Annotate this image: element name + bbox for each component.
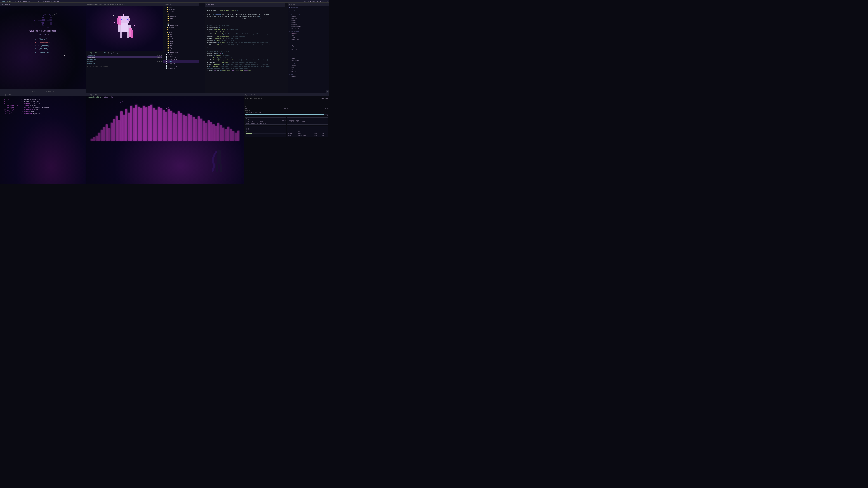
qb-bookmarks-link[interactable]: [b] [Quickmarks]	[34, 41, 52, 44]
ft-git[interactable]: ▶📁.git	[163, 6, 199, 8]
sm-proc-mem-header: MEM%	[320, 128, 327, 130]
tm-file-flakelock[interactable]: flake.lock 27.5 K	[87, 54, 162, 56]
ft-personal[interactable]: 📁personal	[163, 15, 199, 18]
rp-nixpkgs-patched[interactable]: ▼ nixpkgs-patched system name src patche…	[288, 62, 329, 73]
viz-bar-12	[121, 111, 123, 141]
ft-wm[interactable]: 📁wm	[163, 49, 199, 51]
ft-homelab[interactable]: 📁home.lab	[163, 13, 199, 15]
sm-temps-row2: card0 (amdgpu): junction 58°C	[246, 123, 286, 124]
viz-bar-36	[180, 113, 182, 141]
sm-proc-cpu-header: CPU%	[313, 128, 320, 130]
rp-header: Outline	[288, 3, 329, 6]
tm-file-flakenix[interactable]: flake.nix 2.26 K	[87, 56, 162, 58]
tm-file-list: flake.lock 27.5 K flake.nix 2.26 K insta…	[87, 54, 162, 64]
sm-netproc-section: Network 56.0 54.0 0% Processes	[245, 126, 328, 137]
qb-tab[interactable]: Qutebrowser	[1, 4, 10, 5]
ft-work-icon: 📁	[167, 18, 169, 20]
editor-status-filesize: 7.5k	[327, 91, 329, 92]
neo-os: nixos 24.05 (uakari)	[24, 101, 43, 103]
viz-bar-54	[225, 129, 227, 141]
ft-desktop-png[interactable]: 📄desktop.png	[163, 58, 199, 60]
viz-bar-53	[222, 128, 224, 141]
tm-file-installorg[interactable]: install.org	[87, 58, 162, 60]
neo-kernel-label: G | KERNEL:	[21, 103, 31, 105]
sysmon-content: CPU ~ 1.53 1.14 0.78 CPU like 0s 0% AVG …	[244, 96, 329, 184]
ft-flakenix[interactable]: 📄flake.nix	[163, 60, 199, 63]
viz-bar-41	[193, 117, 195, 141]
rp-systemsettings-title: ▼ systemSettings	[289, 13, 328, 15]
ft-shell[interactable]: 📁shell	[163, 44, 199, 47]
viz-bar-20	[141, 108, 143, 141]
ft-pkgs[interactable]: 📁pkgs	[163, 42, 199, 44]
rp-np-system: system	[289, 64, 328, 66]
neo-arch-label: Y | ARCH:	[21, 105, 29, 107]
tm-file-license[interactable]: LICENSE 34.2 K	[87, 60, 162, 62]
ft-installsh[interactable]: 📄install.sh	[163, 67, 199, 69]
rp-description[interactable]: ▶ description	[288, 6, 329, 9]
rp-systemsettings[interactable]: ▼ systemSettings system hostname profile…	[288, 13, 329, 30]
ft-license[interactable]: 📄LICENSE	[163, 54, 199, 56]
ft-hardware[interactable]: 📁hardware	[163, 38, 199, 40]
qb-search-link[interactable]: [o] [Search]	[34, 37, 52, 41]
ft-bin[interactable]: 📁bin	[163, 35, 199, 38]
vdiv-right	[244, 3, 244, 184]
sm-net-rows: 56.0 54.0 0%	[246, 128, 286, 132]
ft-patches[interactable]: ▶📁patches	[163, 8, 199, 11]
neo-desktop-label: RI| DESKTOP:	[21, 113, 32, 115]
rp-pkgs-system: system	[289, 76, 328, 78]
tm-title: emmet@snowfire:/home/emmet/.dotfiles/fla…	[87, 4, 125, 5]
editor-tab[interactable]: flake.nix	[206, 4, 214, 6]
svg-rect-17	[134, 25, 135, 26]
rp-font: font	[289, 53, 328, 55]
sm-proc-name-header: Name	[297, 128, 313, 130]
sm-mem-0s: 0s	[245, 115, 247, 117]
viz-bar-47	[208, 121, 210, 141]
viz-bar-39	[188, 113, 190, 141]
ft-lang[interactable]: 📁lang	[163, 40, 199, 42]
ft-system[interactable]: ▶📁system	[163, 26, 199, 29]
svg-rect-23	[220, 164, 222, 172]
tm-filesize-license: 34.2 K	[157, 61, 162, 62]
ft-license-label: LICENSE	[168, 54, 174, 56]
qb-newtab-link[interactable]: [t] [New tab]	[34, 47, 52, 51]
viz-bar-16	[130, 106, 132, 141]
rp-bootmode: bootMode	[289, 24, 328, 26]
ft-profiles[interactable]: ▼📁profiles	[163, 11, 199, 13]
ft-wsl[interactable]: 📁wsl	[163, 22, 199, 24]
rp-usersettings[interactable]: ▼ userSettings username name email dotfi…	[288, 30, 329, 62]
ft-themes[interactable]: ▶📁themes	[163, 29, 199, 31]
qb-welcome-text: Welcome to Qutebrowser	[30, 30, 57, 32]
qb-history-link[interactable]: [S h] [History]	[34, 44, 52, 47]
status-label2: 100%	[17, 0, 21, 2]
ft-work[interactable]: 📁work	[163, 18, 199, 20]
tm-file-readmeorg[interactable]: README.org	[87, 62, 162, 64]
rp-outputs[interactable]: ▶ outputs	[288, 9, 329, 13]
ft-style[interactable]: 📁style	[163, 47, 199, 49]
ft-user[interactable]: ▼📁user	[163, 31, 199, 33]
ft-readme-profiles[interactable]: 📄README.org	[163, 24, 199, 26]
rp-pkgs[interactable]: ▼ pkgs system	[288, 73, 329, 78]
ft-readme-root-icon: 📄	[166, 56, 167, 58]
ft-readme-root[interactable]: 📄README.org	[163, 56, 199, 58]
qb-bookmarks-pre: [b] [	[34, 41, 40, 43]
sm-mem-bar-fill	[245, 113, 324, 115]
ft-installorg[interactable]: 📄install.org	[163, 65, 199, 67]
viz-bar-46	[205, 123, 207, 141]
qb-close-link[interactable]: [x] [Close tab]	[34, 51, 52, 54]
ft-installorg-label: install.org	[168, 65, 177, 67]
ft-hardensh[interactable]: 📄harden.sh	[163, 63, 199, 65]
sm-cpu-max: 0 8%	[325, 108, 328, 109]
code-content[interactable]: flake.nix description = "Flake of LibreP…	[206, 3, 288, 93]
status-date-left: Sat 2024-03-09 05:06:00 PM	[37, 0, 61, 2]
ft-personal-icon: 📁	[167, 15, 169, 17]
neo-os-label: OS:	[21, 101, 24, 103]
qb-statusbar: file:///home/emmet/.browser/Tech/config/…	[0, 89, 86, 93]
sm-proc-cpu-hyprland: 0.3S	[313, 130, 320, 132]
viz-bar-11	[118, 121, 120, 141]
ft-lang-label: lang	[169, 40, 173, 42]
ft-worklab[interactable]: 📁worklab	[163, 20, 199, 22]
ft-readme-user[interactable]: 📄README.org	[163, 51, 199, 54]
ft-bin-icon: 📁	[167, 36, 169, 37]
ft-app[interactable]: 📁app	[163, 33, 199, 35]
sm-cpu-graph	[245, 99, 328, 106]
